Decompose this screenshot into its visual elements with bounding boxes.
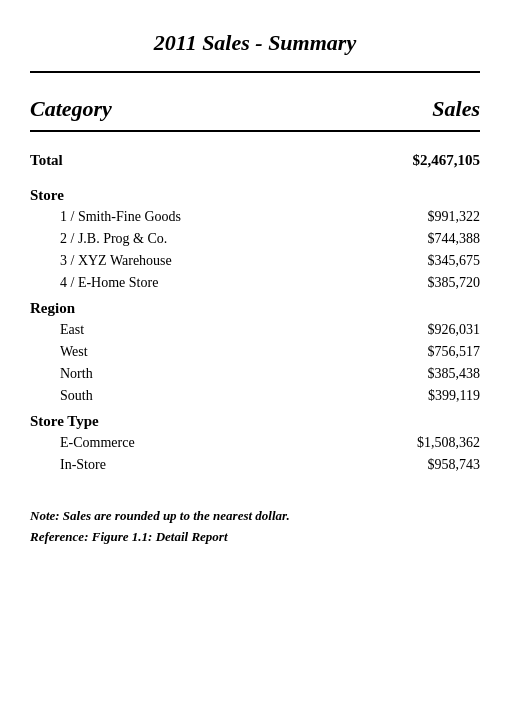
total-row: Total $2,467,105 [30, 142, 480, 181]
section-label-2: Store Type [30, 407, 480, 432]
section-0: Store1 / Smith-Fine Goods$991,3222 / J.B… [30, 181, 480, 294]
section-label-1: Region [30, 294, 480, 319]
row-label: E-Commerce [60, 435, 135, 451]
row-value: $926,031 [428, 322, 481, 338]
table-row: 1 / Smith-Fine Goods$991,322 [30, 206, 480, 228]
table-row: 2 / J.B. Prog & Co.$744,388 [30, 228, 480, 250]
row-label: 3 / XYZ Warehouse [60, 253, 172, 269]
row-label: In-Store [60, 457, 106, 473]
row-value: $385,720 [428, 275, 481, 291]
row-label: 2 / J.B. Prog & Co. [60, 231, 167, 247]
footer-line1: Note: Sales are rounded up to the neares… [30, 506, 480, 527]
row-value: $1,508,362 [417, 435, 480, 451]
sales-header: Sales [432, 96, 480, 122]
row-label: West [60, 344, 88, 360]
page-title: 2011 Sales - Summary [30, 20, 480, 71]
row-label: South [60, 388, 93, 404]
table-row: 4 / E-Home Store$385,720 [30, 272, 480, 294]
row-label: 4 / E-Home Store [60, 275, 158, 291]
row-label: North [60, 366, 93, 382]
table-row: 3 / XYZ Warehouse$345,675 [30, 250, 480, 272]
row-label: 1 / Smith-Fine Goods [60, 209, 181, 225]
row-value: $345,675 [428, 253, 481, 269]
table-row: In-Store$958,743 [30, 454, 480, 476]
row-value: $385,438 [428, 366, 481, 382]
top-divider [30, 71, 480, 73]
header-divider [30, 130, 480, 132]
table-row: East$926,031 [30, 319, 480, 341]
row-value: $756,517 [428, 344, 481, 360]
table-row: North$385,438 [30, 363, 480, 385]
total-label: Total [30, 152, 63, 169]
total-value: $2,467,105 [413, 152, 481, 169]
row-label: East [60, 322, 84, 338]
table-row: West$756,517 [30, 341, 480, 363]
row-value: $744,388 [428, 231, 481, 247]
row-value: $399,119 [428, 388, 480, 404]
footer-note: Note: Sales are rounded up to the neares… [30, 506, 480, 548]
section-1: RegionEast$926,031West$756,517North$385,… [30, 294, 480, 407]
row-value: $958,743 [428, 457, 481, 473]
category-header: Category [30, 96, 112, 122]
sections-container: Store1 / Smith-Fine Goods$991,3222 / J.B… [30, 181, 480, 476]
footer-line2: Reference: Figure 1.1: Detail Report [30, 527, 480, 548]
table-row: South$399,119 [30, 385, 480, 407]
section-label-0: Store [30, 181, 480, 206]
table-row: E-Commerce$1,508,362 [30, 432, 480, 454]
row-value: $991,322 [428, 209, 481, 225]
section-2: Store TypeE-Commerce$1,508,362In-Store$9… [30, 407, 480, 476]
